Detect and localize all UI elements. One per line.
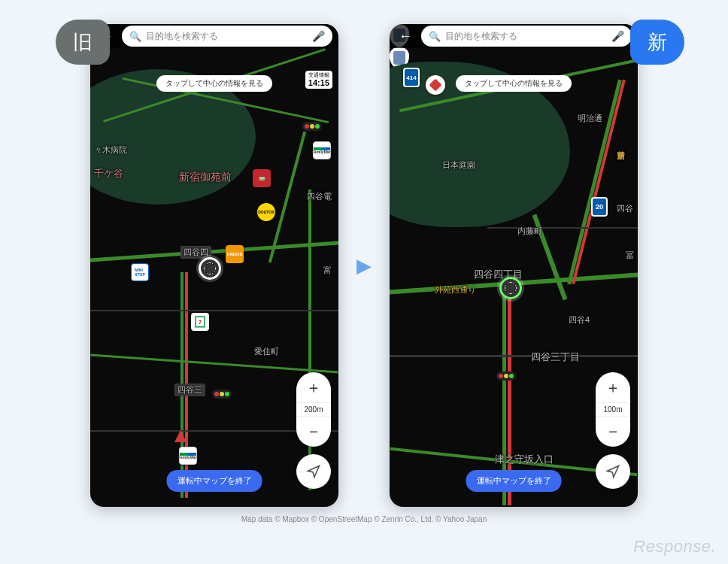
- zoom-scale-label: 200m: [296, 402, 331, 417]
- route-shield-414-icon: 414: [403, 68, 420, 87]
- end-driving-button[interactable]: 運転中マップを終了: [167, 470, 262, 492]
- ministop-icon[interactable]: MINISTOP: [131, 263, 149, 281]
- search-input[interactable]: 🔍 目的地を検索する 🎤: [421, 26, 632, 47]
- label-shinjuku-dori: 新宿通り: [615, 144, 626, 154]
- top-bar: ← 🔍 目的地を検索する 🎤: [390, 24, 638, 48]
- familymart-icon[interactable]: FamilyMart: [179, 447, 197, 465]
- tap-center-chip[interactable]: タップして中心の情報を見る: [156, 75, 272, 92]
- tap-center-chip[interactable]: タップして中心の情報を見る: [456, 75, 572, 92]
- doutor-icon[interactable]: DOUTOR: [257, 203, 275, 221]
- eneos-icon[interactable]: ENEOS: [226, 245, 244, 263]
- label-gaien-nishi: 外苑西通り: [435, 284, 476, 296]
- current-location-icon: [199, 257, 221, 280]
- traffic-light-icon: [496, 371, 516, 381]
- recenter-button[interactable]: [596, 454, 630, 489]
- poi-pin-icon[interactable]: [426, 75, 445, 95]
- label-yotsu: 四谷: [617, 203, 633, 214]
- recenter-button[interactable]: [296, 454, 331, 489]
- watermark: Response.: [633, 537, 716, 556]
- search-icon: 🔍: [129, 31, 141, 42]
- zoom-control: ＋ 100m −: [596, 372, 630, 447]
- traffic-info-label: 交通情報: [308, 72, 329, 78]
- label-shinjuku-gyoen: 新宿御苑前: [179, 171, 232, 184]
- phone-new: 明治通 日本庭園 新宿通り 四谷 内藤町 冨 四谷四丁目 外苑西通り 四谷4 四…: [390, 24, 638, 507]
- zoom-scale-label: 100m: [596, 402, 630, 417]
- label-yotsuya4: 四谷4: [569, 314, 590, 326]
- traffic-info-badge[interactable]: 交通情報 14:15: [305, 71, 332, 89]
- map-copyright: Map data © Mapbox © OpenStreetMap © Zenr…: [0, 515, 728, 523]
- phone-old: 々木病院 千ケ谷 新宿御苑前 四谷電 四谷四 富 愛住町 四谷三 🚃 Famil…: [90, 24, 338, 507]
- route-shield-20-icon: 20: [591, 197, 608, 217]
- zoom-in-button[interactable]: ＋: [296, 372, 331, 402]
- label-yoyogi-hospital: 々木病院: [94, 144, 127, 156]
- comparison-arrow-icon: ▶: [356, 254, 372, 277]
- current-location-icon: [499, 277, 522, 299]
- mic-icon[interactable]: 🎤: [312, 30, 325, 42]
- label-tsunokami: 津之守坂入口: [495, 453, 554, 466]
- label-yotsuya-den: 四谷電: [307, 191, 332, 202]
- badge-old: 旧: [56, 20, 110, 65]
- label-naito: 内藤町: [517, 226, 542, 237]
- familymart-icon[interactable]: FamilyMart: [313, 141, 331, 159]
- label-yotsuya-sanchome: 四谷三丁目: [531, 350, 580, 364]
- search-input[interactable]: 🔍 目的地を検索する 🎤: [122, 26, 332, 47]
- badge-new: 新: [630, 20, 684, 65]
- zoom-in-button[interactable]: ＋: [596, 372, 630, 402]
- end-driving-button[interactable]: 運転中マップを終了: [466, 470, 562, 492]
- label-tomi: 冨: [626, 250, 634, 261]
- label-tomi: 富: [323, 265, 332, 276]
- back-button[interactable]: ←: [396, 26, 415, 47]
- seveneleven-icon[interactable]: 7: [191, 313, 209, 331]
- station-icon[interactable]: 🚃: [253, 169, 271, 187]
- label-meiji-dori: 明治通: [578, 113, 602, 124]
- nav-direction-arrow-icon: [174, 430, 187, 442]
- top-bar: ← 🔍 目的地を検索する 🎤: [90, 24, 338, 48]
- traffic-light-icon: [302, 122, 322, 131]
- svg-text:7: 7: [199, 319, 202, 326]
- mic-icon[interactable]: 🎤: [611, 30, 624, 42]
- label-nihon-teien: 日本庭園: [442, 159, 475, 171]
- label-sendagaya: 千ケ谷: [94, 167, 123, 180]
- search-placeholder: 目的地を検索する: [146, 30, 308, 43]
- search-icon: 🔍: [429, 31, 441, 42]
- label-aizumi: 愛住町: [254, 346, 279, 357]
- zoom-control: ＋ 200m −: [296, 372, 331, 447]
- traffic-light-icon: [212, 390, 232, 399]
- label-yotsuya-san: 四谷三: [174, 384, 205, 396]
- search-placeholder: 目的地を検索する: [445, 30, 607, 43]
- traffic-info-time: 14:15: [308, 78, 329, 87]
